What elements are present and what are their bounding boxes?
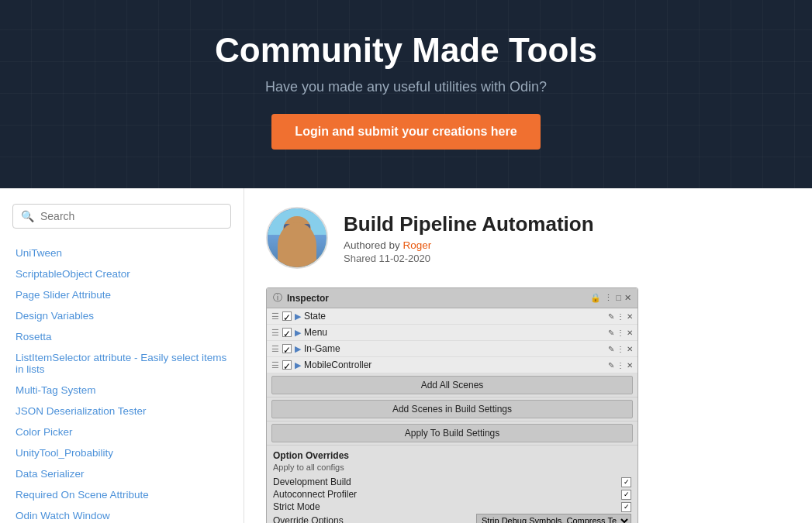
override-options-row: Override Options Strip Debug Symbols, Co…	[273, 514, 631, 523]
sidebar-item[interactable]: ScriptableObject Creator	[12, 263, 231, 284]
scene-checkbox[interactable]: ✓	[282, 311, 292, 321]
opt-checkbox-dev[interactable]: ✓	[621, 477, 631, 487]
inspector-window-buttons: 🔒 ⋮ □ ✕	[590, 293, 631, 303]
tool-shared-date: Shared 11-02-2020	[344, 253, 594, 264]
edit-icon[interactable]: ✎	[608, 329, 614, 337]
close-icon[interactable]: ✕	[624, 293, 631, 303]
more-icon[interactable]: ⋮	[617, 345, 624, 353]
scene-name: In-Game	[304, 343, 605, 354]
main-content: 🔍 UniTween ScriptableObject Creator Page…	[0, 188, 812, 523]
opt-row-dev: Development Build ✓	[273, 477, 631, 487]
remove-icon[interactable]: ✕	[627, 312, 633, 321]
edit-icon[interactable]: ✎	[608, 345, 614, 353]
sidebar-item-link: Design Variables	[16, 310, 94, 322]
sidebar-item[interactable]: Required On Scene Attribute	[12, 484, 231, 505]
sidebar-item[interactable]: Data Serializer	[12, 463, 231, 484]
override-options-label: Override Options	[273, 515, 476, 523]
sidebar-item-link: Multi-Tag System	[16, 384, 96, 396]
scene-icon: ▶	[295, 344, 301, 354]
opt-row-profiler: Autoconnect Profiler ✓	[273, 489, 631, 500]
scene-actions: ✎ ⋮ ✕	[608, 312, 633, 321]
sidebar-item[interactable]: UniTween	[12, 243, 231, 263]
scene-actions: ✎ ⋮ ✕	[608, 345, 633, 353]
drag-handle-icon: ☰	[271, 360, 279, 370]
sidebar-item[interactable]: Odin Watch Window	[12, 505, 231, 523]
scene-row: ☰ ✓ ▶ Menu ✎ ⋮ ✕	[267, 325, 638, 341]
scene-row: ☰ ✓ ▶ State ✎ ⋮ ✕	[267, 308, 638, 325]
remove-icon[interactable]: ✕	[627, 345, 633, 353]
remove-icon[interactable]: ✕	[627, 329, 633, 337]
apply-build-row: Apply To Build Settings	[267, 421, 638, 446]
edit-icon[interactable]: ✎	[608, 361, 614, 370]
tool-header: Build Pipeline Automation Authored by Ro…	[266, 207, 790, 269]
apply-build-button[interactable]: Apply To Build Settings	[271, 424, 633, 442]
override-options-select[interactable]: Strip Debug Symbols, Compress Textures, …	[476, 514, 631, 523]
opt-label-profiler: Autoconnect Profiler	[273, 489, 621, 500]
opt-checkbox-profiler[interactable]: ✓	[621, 490, 631, 500]
tool-author-link[interactable]: Roger	[403, 239, 432, 251]
scene-name: State	[304, 311, 605, 322]
lock-icon[interactable]: 🔒	[590, 293, 601, 303]
sidebar-item-link: ScriptableObject Creator	[16, 268, 130, 280]
sidebar-item-link: Data Serializer	[16, 468, 85, 480]
search-icon: 🔍	[21, 210, 34, 222]
sidebar-item[interactable]: JSON Deserialization Tester	[12, 401, 231, 421]
add-scenes-build-row: Add Scenes in Build Settings	[267, 397, 638, 421]
inspector-title: Inspector	[287, 293, 329, 304]
avatar-body	[278, 222, 316, 269]
sidebar-item-link: ListItemSelector attribute - Easily sele…	[16, 352, 226, 375]
sidebar-item[interactable]: Rosetta	[12, 326, 231, 347]
tool-info: Build Pipeline Automation Authored by Ro…	[344, 212, 594, 264]
maximize-icon[interactable]: □	[616, 293, 621, 303]
scene-actions: ✎ ⋮ ✕	[608, 329, 633, 337]
scene-actions: ✎ ⋮ ✕	[608, 361, 633, 370]
add-all-scenes-button[interactable]: Add All Scenes	[271, 376, 633, 394]
cta-button[interactable]: Login and submit your creations here	[271, 114, 540, 150]
scene-icon: ▶	[295, 311, 301, 322]
option-overrides-title: Option Overrides	[273, 450, 631, 461]
sidebar-item-link: UniTween	[16, 247, 62, 259]
sidebar-item-link: JSON Deserialization Tester	[16, 405, 147, 417]
search-input[interactable]	[40, 210, 223, 222]
sidebar-item[interactable]: Design Variables	[12, 305, 231, 326]
remove-icon[interactable]: ✕	[627, 361, 633, 370]
sidebar-list: UniTween ScriptableObject Creator Page S…	[12, 243, 231, 523]
avatar	[266, 207, 328, 269]
opt-label-dev: Development Build	[273, 477, 621, 487]
tool-content: Build Pipeline Automation Authored by Ro…	[244, 188, 812, 523]
page-header: Community Made Tools Have you made any u…	[0, 0, 812, 188]
search-box[interactable]: 🔍	[12, 204, 231, 229]
scene-icon: ▶	[295, 360, 301, 370]
opt-checkbox-strict[interactable]: ✓	[621, 502, 631, 512]
scene-checkbox[interactable]: ✓	[282, 328, 292, 337]
page-subtitle: Have you made any useful utilities with …	[16, 79, 796, 95]
option-overrides-section: Option Overrides Apply to all configs De…	[267, 446, 638, 523]
more-icon[interactable]: ⋮	[617, 312, 624, 321]
add-scenes-build-button[interactable]: Add Scenes in Build Settings	[271, 400, 633, 418]
tool-title: Build Pipeline Automation	[344, 212, 594, 236]
scene-row: ☰ ✓ ▶ MobileController ✎ ⋮ ✕	[267, 357, 638, 373]
opt-label-strict: Strict Mode	[273, 501, 621, 512]
sidebar-item[interactable]: Color Picker	[12, 421, 231, 442]
more-icon[interactable]: ⋮	[617, 329, 624, 337]
info-icon: ⓘ	[273, 291, 282, 305]
edit-icon[interactable]: ✎	[608, 312, 614, 321]
sidebar-item[interactable]: UnityTool_Probability	[12, 442, 231, 463]
scene-checkbox[interactable]: ✓	[282, 360, 292, 370]
scene-checkbox[interactable]: ✓	[282, 344, 292, 353]
inspector-panel: ⓘ Inspector 🔒 ⋮ □ ✕ ☰ ✓ ▶ State ✎ ⋮ ✕	[266, 287, 638, 523]
scene-row: ☰ ✓ ▶ In-Game ✎ ⋮ ✕	[267, 341, 638, 357]
page-title: Community Made Tools	[16, 31, 796, 70]
drag-handle-icon: ☰	[271, 311, 279, 322]
tool-authored: Authored by Roger	[344, 239, 594, 251]
option-overrides-subtitle: Apply to all configs	[273, 463, 631, 472]
inspector-titlebar: ⓘ Inspector 🔒 ⋮ □ ✕	[267, 288, 638, 308]
more-icon[interactable]: ⋮	[617, 361, 624, 370]
sidebar-item-link: Rosetta	[16, 331, 52, 342]
menu-icon[interactable]: ⋮	[604, 293, 613, 303]
sidebar-item[interactable]: Multi-Tag System	[12, 380, 231, 401]
scene-icon: ▶	[295, 328, 301, 338]
sidebar-item[interactable]: ListItemSelector attribute - Easily sele…	[12, 347, 231, 380]
scene-name: Menu	[304, 327, 605, 338]
sidebar-item[interactable]: Page Slider Attribute	[12, 284, 231, 305]
